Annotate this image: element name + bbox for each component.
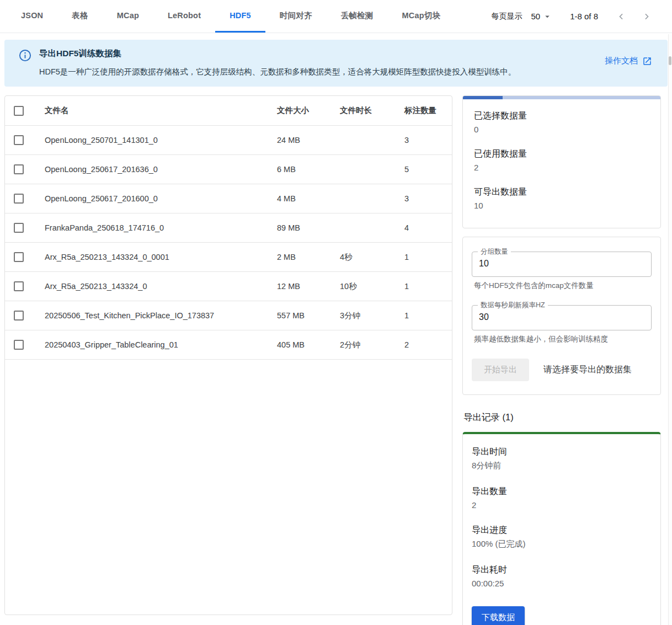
file-name: OpenLoong_250701_141301_0	[45, 136, 277, 145]
file-size: 2 MB	[277, 253, 340, 261]
refresh-rate-label: 数据每秒刷新频率HZ	[478, 301, 548, 310]
table-row: 20250403_Gripper_TableClearing_01 405 MB…	[5, 330, 452, 360]
banner-title: 导出HDF5训练数据集	[39, 48, 605, 60]
start-export-button[interactable]: 开始导出	[472, 359, 529, 381]
prev-page-button[interactable]	[611, 7, 631, 26]
record-elapsed: 导出耗时 00:00:25	[472, 564, 652, 588]
annotation-count: 1	[404, 253, 452, 261]
file-size: 89 MB	[277, 223, 340, 232]
tab-frame-drop[interactable]: 丢帧检测	[327, 0, 388, 33]
tab-time-align[interactable]: 时间对齐	[265, 0, 327, 33]
record-label: 导出耗时	[472, 564, 652, 576]
row-checkbox[interactable]	[14, 194, 24, 204]
table-row: OpenLoong_250617_201600_0 4 MB 3	[5, 184, 452, 213]
download-data-button[interactable]: 下载数据	[472, 606, 525, 625]
row-checkbox[interactable]	[14, 311, 24, 320]
file-size: 405 MB	[277, 340, 340, 349]
refresh-rate-helper: 频率越低数据集越小，但会影响训练精度	[474, 334, 652, 344]
annotation-count: 3	[404, 136, 452, 145]
file-size: 12 MB	[277, 282, 340, 291]
column-header-name: 文件名	[45, 105, 277, 116]
file-table: 文件名 文件大小 文件时长 标注数量 OpenLoong_250701_1413…	[4, 95, 452, 615]
record-value: 8分钟前	[472, 461, 652, 471]
tab-hdf5[interactable]: HDF5	[215, 0, 265, 33]
row-checkbox[interactable]	[14, 223, 24, 233]
file-duration: 10秒	[340, 281, 404, 292]
file-name: Arx_R5a_250213_143324_0	[45, 282, 277, 291]
stat-label: 已选择数据量	[474, 110, 649, 122]
refresh-rate-field[interactable]: 数据每秒刷新频率HZ	[472, 305, 652, 330]
per-page-select[interactable]: 50	[531, 12, 552, 22]
table-row: Arx_R5a_250213_143324_0 12 MB 10秒 1	[5, 272, 452, 301]
info-banner: 导出HDF5训练数据集 HDF5是一种广泛使用的开源数据存储格式，它支持层级结构…	[4, 40, 668, 87]
export-actions: 开始导出 请选择要导出的数据集	[472, 359, 652, 381]
external-link-icon	[642, 56, 652, 66]
record-count: 导出数量 2	[472, 486, 652, 510]
stat-label: 已使用数据量	[474, 148, 649, 160]
banner-body: 导出HDF5训练数据集 HDF5是一种广泛使用的开源数据存储格式，它支持层级结构…	[39, 48, 605, 77]
tab-json[interactable]: JSON	[7, 0, 57, 33]
tab-mcap[interactable]: MCap	[103, 0, 153, 33]
record-value: 100% (已完成)	[472, 539, 652, 549]
chevron-right-icon	[641, 11, 652, 22]
chevron-left-icon	[616, 11, 627, 22]
refresh-rate-input[interactable]	[479, 312, 644, 322]
stat-used: 已使用数据量 2	[474, 148, 649, 172]
export-sidebar: 已选择数据量 0 已使用数据量 2 可导出数据量 10 分组数量 每个HDF5文…	[462, 95, 661, 625]
start-export-hint: 请选择要导出的数据集	[543, 364, 632, 376]
file-duration: 4秒	[340, 252, 404, 263]
stat-value: 2	[474, 163, 649, 172]
column-header-duration: 文件时长	[340, 105, 404, 116]
file-duration: 3分钟	[340, 311, 404, 321]
file-name: OpenLoong_250617_201636_0	[45, 165, 277, 174]
annotation-count: 1	[404, 311, 452, 320]
dataset-progress-bar	[463, 96, 660, 99]
tab-mcap-slice[interactable]: MCap切块	[387, 0, 455, 33]
select-all-checkbox[interactable]	[14, 106, 24, 116]
docs-link[interactable]: 操作文档	[605, 56, 652, 66]
table-header-row: 文件名 文件大小 文件时长 标注数量	[5, 96, 452, 126]
annotation-count: 2	[404, 340, 452, 349]
row-checkbox[interactable]	[14, 135, 24, 145]
page-scrollbar[interactable]	[668, 34, 672, 625]
group-count-input[interactable]	[479, 259, 644, 269]
banner-description: HDF5是一种广泛使用的开源数据存储格式，它支持层级结构、元数据和多种数据类型，…	[39, 66, 605, 77]
page-range-label: 1-8 of 8	[570, 12, 598, 21]
stat-exportable: 可导出数据量 10	[474, 186, 649, 210]
stat-label: 可导出数据量	[474, 186, 649, 198]
main-content: 文件名 文件大小 文件时长 标注数量 OpenLoong_250701_1413…	[4, 95, 661, 625]
table-row: OpenLoong_250617_201636_0 6 MB 5	[5, 155, 452, 184]
stat-value: 10	[474, 201, 649, 210]
info-icon	[19, 49, 31, 64]
file-name: OpenLoong_250617_201600_0	[45, 194, 277, 203]
record-value: 2	[472, 500, 652, 510]
tabbar-spacer	[455, 0, 491, 33]
annotation-count: 3	[404, 194, 452, 203]
scrollbar-thumb[interactable]	[669, 56, 671, 65]
dataset-stats-card: 已选择数据量 0 已使用数据量 2 可导出数据量 10	[462, 95, 661, 228]
annotation-count: 4	[404, 223, 452, 232]
file-duration: 2分钟	[340, 340, 404, 350]
file-size: 24 MB	[277, 136, 340, 145]
progress-fill	[463, 96, 503, 99]
table-row: OpenLoong_250701_141301_0 24 MB 3	[5, 126, 452, 155]
table-row: Arx_R5a_250213_143324_0_0001 2 MB 4秒 1	[5, 243, 452, 272]
row-checkbox[interactable]	[14, 164, 24, 174]
file-name: FrankaPanda_250618_174716_0	[45, 223, 277, 232]
row-checkbox[interactable]	[14, 281, 24, 291]
annotation-count: 1	[404, 282, 452, 291]
stat-value: 0	[474, 125, 649, 134]
annotation-count: 5	[404, 165, 452, 174]
group-count-helper: 每个HDF5文件包含的mcap文件数量	[474, 281, 652, 291]
top-tab-bar: JSON 表格 MCap LeRobot HDF5 时间对齐 丢帧检测 MCap…	[0, 0, 672, 33]
file-size: 6 MB	[277, 165, 340, 174]
next-page-button[interactable]	[637, 7, 657, 26]
tab-table[interactable]: 表格	[57, 0, 102, 33]
row-checkbox[interactable]	[14, 252, 24, 262]
per-page-label: 每页显示	[491, 12, 522, 22]
docs-link-label: 操作文档	[605, 56, 638, 66]
tab-lerobot[interactable]: LeRobot	[153, 0, 215, 33]
group-count-field[interactable]: 分组数量	[472, 252, 652, 277]
row-checkbox[interactable]	[14, 340, 24, 350]
record-value: 00:00:25	[472, 579, 652, 588]
